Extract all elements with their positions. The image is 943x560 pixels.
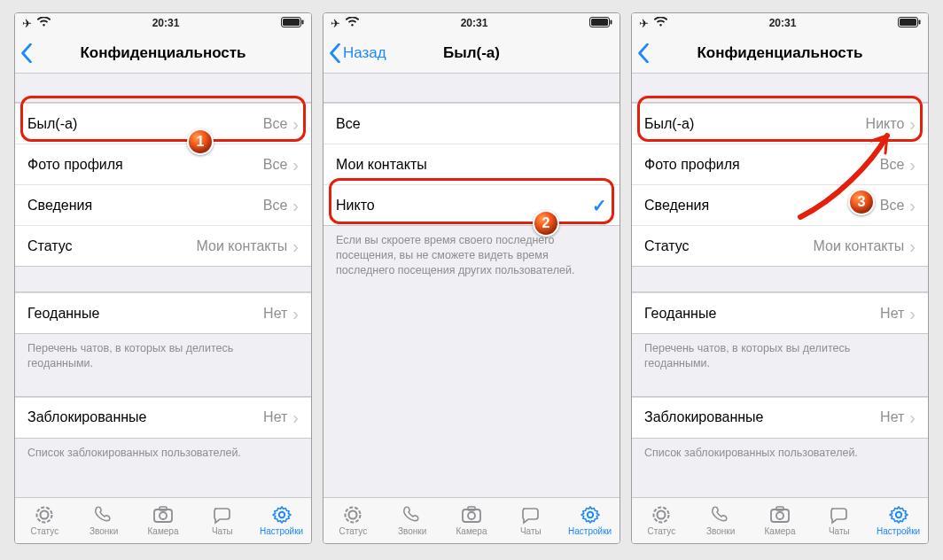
svg-point-17 (587, 512, 592, 517)
back-button[interactable] (15, 43, 33, 63)
tab-camera[interactable]: Камера (751, 498, 810, 543)
option-nobody[interactable]: Никто ✓ (323, 184, 620, 225)
tab-calls[interactable]: Звонки (383, 498, 442, 543)
svg-rect-20 (918, 19, 920, 24)
back-button[interactable] (632, 43, 650, 63)
tab-calls[interactable]: Звонки (691, 498, 751, 543)
phone-icon (401, 505, 424, 525)
clock: 20:31 (152, 17, 180, 29)
svg-point-15 (468, 512, 475, 519)
row-value: Все (263, 198, 288, 214)
svg-point-13 (349, 511, 357, 519)
tab-label: Настройки (877, 526, 920, 536)
row-value: Все (880, 157, 905, 173)
svg-rect-25 (776, 507, 783, 510)
wifi-icon (346, 17, 359, 29)
option-my-contacts[interactable]: Мои контакты (323, 144, 620, 184)
battery-icon (589, 17, 612, 30)
svg-rect-2 (301, 19, 303, 24)
tab-status[interactable]: Статус (323, 498, 383, 543)
checkmark-icon: ✓ (592, 195, 607, 216)
svg-point-22 (658, 511, 666, 519)
tab-settings[interactable]: Настройки (252, 498, 311, 543)
tab-calls[interactable]: Звонки (74, 498, 134, 543)
tutorial-triptych: ✈︎ 20:31 Конфиденциальность Был(-а) (0, 0, 943, 560)
tab-label: Камера (148, 526, 179, 536)
camera-icon (152, 505, 175, 525)
row-label: Заблокированные (644, 409, 880, 425)
svg-point-4 (41, 511, 49, 519)
row-label: Фото профиля (27, 157, 263, 173)
tab-camera[interactable]: Камера (134, 498, 193, 543)
clock: 20:31 (461, 17, 488, 29)
tab-label: Камера (765, 526, 796, 536)
back-button[interactable]: Назад (323, 43, 386, 63)
chevron-right-icon: › (909, 237, 916, 255)
tab-chats[interactable]: Чаты (501, 498, 560, 543)
row-profile-photo[interactable]: Фото профиля Все › (632, 144, 928, 184)
status-bar: ✈︎ 20:31 (632, 13, 928, 33)
tab-status[interactable]: Статус (15, 498, 74, 543)
row-label: Заблокированные (27, 409, 263, 425)
content: Был(-а) Никто › Фото профиля Все › Сведе… (632, 74, 928, 497)
phone-icon (92, 505, 115, 525)
airplane-mode-icon: ✈︎ (331, 17, 340, 30)
status-icon (341, 505, 364, 525)
tab-label: Статус (648, 526, 676, 536)
tab-label: Статус (31, 526, 59, 536)
row-live-location[interactable]: Геоданные Нет › (15, 292, 311, 333)
tab-chats[interactable]: Чаты (192, 498, 252, 543)
row-status[interactable]: Статус Мои контакты › (632, 225, 928, 266)
option-everyone[interactable]: Все (323, 103, 620, 144)
chevron-right-icon: › (292, 237, 299, 255)
tab-label: Чаты (520, 526, 542, 536)
row-label: Сведения (644, 198, 880, 214)
phone-2: ✈︎ 20:31 Назад Был(-а) Все Мои контакты (323, 12, 620, 544)
tab-bar: Статус Звонки Камера Чаты Настройки (323, 497, 620, 543)
row-status[interactable]: Статус Мои контакты › (15, 225, 311, 266)
row-label: Был(-а) (27, 116, 263, 132)
svg-point-24 (776, 512, 783, 519)
row-label: Был(-а) (644, 116, 866, 132)
chevron-right-icon: › (909, 408, 916, 426)
tab-settings[interactable]: Настройки (869, 498, 928, 543)
svg-point-3 (37, 508, 52, 523)
content: Все Мои контакты Никто ✓ Если вы скроете… (323, 74, 620, 497)
option-label: Никто (336, 198, 592, 214)
chevron-right-icon: › (909, 305, 916, 323)
svg-point-21 (654, 508, 669, 523)
content: Был(-а) Все › Фото профиля Все › Сведени… (15, 74, 311, 497)
row-value: Все (263, 116, 288, 132)
row-value: Никто (866, 116, 905, 132)
row-last-seen[interactable]: Был(-а) Все › (15, 103, 311, 144)
row-live-location[interactable]: Геоданные Нет › (632, 292, 928, 333)
row-blocked[interactable]: Заблокированные Нет › (15, 397, 311, 438)
tab-label: Звонки (706, 526, 735, 536)
svg-rect-23 (771, 509, 789, 522)
tab-label: Статус (339, 526, 368, 536)
tab-chats[interactable]: Чаты (809, 498, 869, 543)
svg-point-12 (346, 508, 361, 523)
chevron-right-icon: › (909, 197, 916, 214)
chevron-right-icon: › (292, 408, 299, 426)
chats-icon (519, 505, 542, 525)
chevron-left-icon (637, 43, 650, 63)
row-last-seen[interactable]: Был(-а) Никто › (632, 103, 928, 144)
row-blocked[interactable]: Заблокированные Нет › (632, 397, 928, 438)
status-bar: ✈︎ 20:31 (15, 13, 311, 33)
row-value: Мои контакты (197, 238, 288, 254)
row-label: Геоданные (27, 306, 263, 322)
row-profile-photo[interactable]: Фото профиля Все › (15, 144, 311, 184)
navbar: Назад Был(-а) (323, 33, 620, 74)
row-about[interactable]: Сведения Все › (15, 184, 311, 225)
svg-point-6 (160, 512, 167, 519)
tab-bar: Статус Звонки Камера Чаты Настройки (15, 497, 311, 543)
tab-status[interactable]: Статус (632, 498, 691, 543)
tab-label: Настройки (568, 526, 612, 536)
row-about[interactable]: Сведения Все › (632, 184, 928, 225)
tab-camera[interactable]: Камера (442, 498, 502, 543)
status-bar: ✈︎ 20:31 (323, 13, 620, 33)
tab-settings[interactable]: Настройки (560, 498, 620, 543)
row-value: Все (880, 198, 905, 214)
gear-icon (887, 505, 910, 525)
